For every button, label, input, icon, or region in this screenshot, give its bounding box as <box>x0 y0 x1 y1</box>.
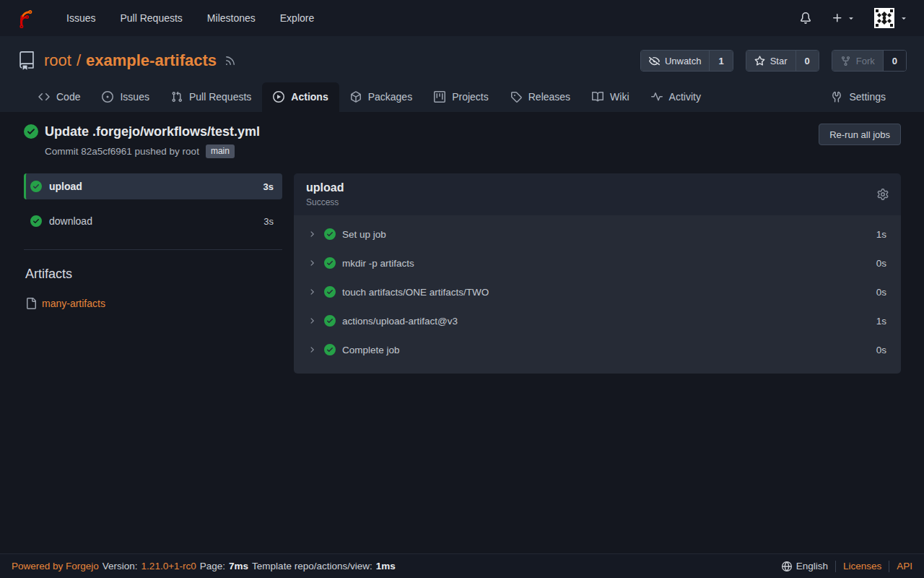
fork-label: Fork <box>856 56 875 66</box>
tab-projects[interactable]: Projects <box>423 82 500 112</box>
artifact-item: many-artifacts <box>24 298 282 309</box>
repo-tabs: Code Issues Pull Requests Actions Packag… <box>17 80 907 112</box>
job-name: upload <box>49 181 82 192</box>
package-icon <box>350 91 362 103</box>
chevron-right-icon <box>308 345 316 354</box>
step-name: touch artifacts/ONE artifacts/TWO <box>342 287 489 298</box>
unwatch-label: Unwatch <box>665 56 702 66</box>
language-label: English <box>796 561 828 571</box>
tab-issues[interactable]: Issues <box>91 82 160 112</box>
template-time-label: Template repo/actions/view: <box>252 561 372 571</box>
chevron-right-icon <box>308 316 316 325</box>
forgejo-logo-icon[interactable] <box>16 9 35 28</box>
branch-badge[interactable]: main <box>206 144 235 158</box>
run-title: Update .forgejo/workflows/test.yml <box>45 124 260 139</box>
project-icon <box>434 91 445 103</box>
repo-breadcrumb: root / example-artifacts <box>44 51 217 70</box>
step-row-setup[interactable]: Set up job 1s <box>294 220 901 249</box>
job-detail-title: upload <box>306 181 344 194</box>
tab-releases[interactable]: Releases <box>500 82 581 112</box>
tab-wiki[interactable]: Wiki <box>581 82 640 112</box>
tab-pull-requests[interactable]: Pull Requests <box>160 82 262 112</box>
stars-count[interactable]: 0 <box>796 51 819 71</box>
job-item-download[interactable]: download 3s <box>24 208 282 234</box>
step-name: Complete job <box>342 345 400 355</box>
star-label: Star <box>770 56 788 66</box>
tab-packages[interactable]: Packages <box>339 82 423 112</box>
step-success-icon <box>324 257 336 269</box>
step-row-upload-artifact[interactable]: actions/upload-artifact@v3 1s <box>294 306 901 335</box>
watchers-count[interactable]: 1 <box>709 51 732 71</box>
footer-divider <box>889 561 889 572</box>
job-success-icon <box>30 215 42 227</box>
page-time-label: Page: <box>200 561 225 571</box>
breadcrumb-separator: / <box>77 51 81 70</box>
job-item-upload[interactable]: upload 3s <box>24 173 282 199</box>
job-detail-panel: upload Success Set up job 1s mkdir -p ar… <box>294 173 901 374</box>
step-row-touch[interactable]: touch artifacts/ONE artifacts/TWO 0s <box>294 277 901 306</box>
avatar <box>874 8 894 28</box>
step-name: Set up job <box>342 229 386 240</box>
top-navbar: Issues Pull Requests Milestones Explore <box>0 0 924 36</box>
api-link[interactable]: API <box>897 561 912 571</box>
plus-icon <box>832 12 843 24</box>
rss-icon[interactable] <box>225 55 236 66</box>
job-duration: 3s <box>263 216 274 227</box>
chevron-right-icon <box>308 259 316 267</box>
language-selector[interactable]: English <box>782 561 828 571</box>
repo-icon <box>17 51 36 70</box>
step-duration: 1s <box>876 229 886 240</box>
fork-button[interactable]: Fork 0 <box>832 50 907 72</box>
step-duration: 0s <box>876 258 886 269</box>
step-success-icon <box>324 344 336 355</box>
tab-activity[interactable]: Activity <box>640 82 712 112</box>
sidebar-divider <box>24 249 282 250</box>
step-row-complete[interactable]: Complete job 0s <box>294 335 901 364</box>
notifications-bell-icon[interactable] <box>800 12 811 24</box>
commit-info: Commit 82a5cf6961 pushed by root <box>45 146 199 157</box>
nav-link-pull-requests[interactable]: Pull Requests <box>108 12 194 24</box>
template-time-value: 1ms <box>376 561 396 571</box>
gear-icon[interactable] <box>877 189 889 200</box>
tab-code[interactable]: Code <box>27 82 91 112</box>
version-label: Version: <box>103 561 138 571</box>
book-icon <box>592 91 603 103</box>
tab-actions[interactable]: Actions <box>262 82 339 112</box>
rerun-all-jobs-button[interactable]: Re-run all jobs <box>819 124 901 145</box>
nav-link-explore[interactable]: Explore <box>268 12 326 24</box>
powered-by-link[interactable]: Powered by Forgejo <box>12 561 99 571</box>
tag-icon <box>510 91 522 103</box>
create-new-menu[interactable] <box>832 12 855 24</box>
issue-opened-icon <box>102 91 113 103</box>
tab-settings[interactable]: Settings <box>820 82 897 112</box>
step-success-icon <box>324 315 336 327</box>
repo-name-link[interactable]: example-artifacts <box>86 51 217 70</box>
forks-count[interactable]: 0 <box>883 51 906 71</box>
step-duration: 0s <box>876 345 886 355</box>
step-row-mkdir[interactable]: mkdir -p artifacts 0s <box>294 249 901 277</box>
version-link[interactable]: 1.21.0+1-rc0 <box>141 561 196 571</box>
tools-icon <box>831 91 842 103</box>
page-time-value: 7ms <box>229 561 248 571</box>
chevron-down-icon <box>899 14 908 22</box>
nav-link-issues[interactable]: Issues <box>54 12 108 24</box>
licenses-link[interactable]: Licenses <box>843 561 881 571</box>
unwatch-button[interactable]: Unwatch 1 <box>640 50 733 72</box>
star-button[interactable]: Star 0 <box>746 50 819 72</box>
chevron-right-icon <box>308 288 316 296</box>
eye-closed-icon <box>649 56 660 66</box>
repo-owner-link[interactable]: root <box>44 51 71 70</box>
step-duration: 1s <box>876 316 886 327</box>
git-fork-icon <box>840 56 851 66</box>
nav-link-milestones[interactable]: Milestones <box>195 12 268 24</box>
step-success-icon <box>324 286 336 298</box>
job-status: Success <box>306 197 344 207</box>
step-duration: 0s <box>876 287 886 298</box>
job-duration: 3s <box>263 181 274 192</box>
play-icon <box>273 91 284 103</box>
user-menu[interactable] <box>874 8 908 28</box>
step-success-icon <box>324 228 336 240</box>
code-icon <box>38 91 50 103</box>
navbar-right <box>800 8 908 28</box>
artifact-download-link[interactable]: many-artifacts <box>42 298 105 309</box>
